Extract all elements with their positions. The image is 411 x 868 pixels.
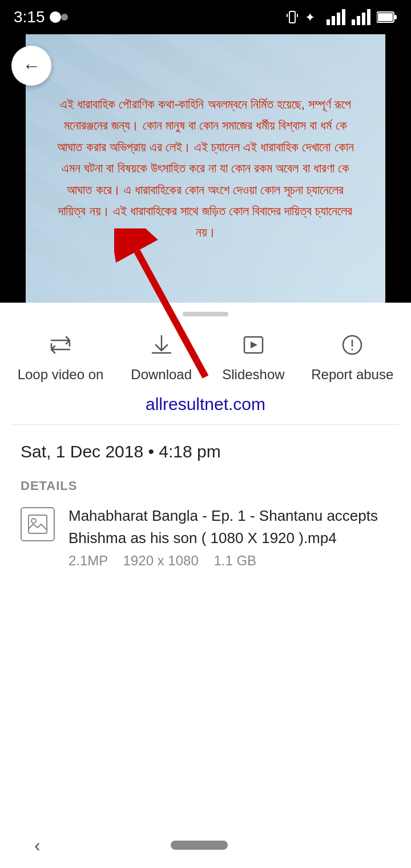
drag-handle	[0, 303, 411, 320]
network-icon: ✦	[305, 9, 321, 25]
nav-back-button[interactable]: ‹	[34, 835, 41, 856]
file-name: Mahabharat Bangla - Ep. 1 - Shantanu acc…	[68, 505, 390, 549]
svg-rect-13	[367, 9, 370, 25]
svg-rect-16	[394, 15, 397, 19]
vibrate-icon	[285, 9, 299, 25]
status-left: 3:15	[14, 8, 70, 26]
svg-rect-3	[287, 14, 288, 17]
loop-video-button[interactable]: Loop video on	[18, 331, 104, 383]
svg-rect-15	[378, 13, 393, 21]
back-arrow-icon: ←	[22, 55, 41, 77]
slideshow-label: Slideshow	[222, 365, 284, 383]
download-button[interactable]: Download	[127, 331, 196, 383]
action-bar: Loop video on Download Slideshow	[0, 320, 411, 395]
file-item: Mahabharat Bangla - Ep. 1 - Shantanu acc…	[21, 505, 390, 569]
download-svg	[149, 332, 174, 357]
back-button[interactable]: ←	[11, 46, 51, 86]
website-url: allresultnet.com	[146, 389, 265, 425]
file-info: Mahabharat Bangla - Ep. 1 - Shantanu acc…	[68, 505, 390, 569]
date-section: Sat, 1 Dec 2018 • 4:18 pm	[0, 425, 411, 467]
home-indicator	[171, 841, 228, 850]
status-bar: 3:15 ✦	[0, 0, 411, 34]
details-label: DETAILS	[21, 479, 390, 493]
file-meta: 2.1MP 1920 x 1080 1.1 GB	[68, 553, 390, 569]
date-display: Sat, 1 Dec 2018 • 4:18 pm	[21, 442, 221, 461]
download-label: Download	[131, 365, 192, 383]
svg-rect-6	[327, 19, 330, 25]
action-area: Loop video on Download Slideshow	[0, 320, 411, 424]
website-link: allresultnet.com	[0, 395, 411, 424]
loop-svg	[48, 332, 73, 357]
status-right: ✦	[285, 9, 397, 25]
time-display: 3:15	[14, 8, 45, 26]
svg-point-25	[31, 519, 36, 523]
slideshow-icon	[240, 331, 267, 359]
file-thumbnail-icon	[21, 507, 55, 541]
report-label: Report abuse	[311, 365, 393, 383]
file-size: 1.1 GB	[213, 553, 256, 568]
svg-rect-4	[297, 14, 298, 17]
bengali-disclaimer-text: এই ধারাবাহিক পৌরাণিক কথা-কাহিনি অবলম্বনে…	[55, 94, 356, 243]
report-svg	[340, 332, 365, 357]
file-mp: 2.1MP	[68, 553, 108, 568]
slideshow-svg	[241, 332, 266, 357]
svg-rect-2	[289, 11, 295, 23]
video-container: ← এই ধারাবাহিক পৌরাণিক কথা-কাহিনি অবলম্ব…	[0, 34, 411, 303]
svg-rect-8	[337, 13, 340, 25]
details-section: DETAILS Mahabharat Bangla - Ep. 1 - Shan…	[0, 467, 411, 580]
svg-rect-9	[342, 9, 345, 25]
svg-rect-10	[352, 19, 355, 25]
website-url-text: allresultnet.com	[146, 395, 265, 413]
slideshow-button[interactable]: Slideshow	[219, 331, 288, 383]
drag-pill	[183, 312, 228, 316]
report-abuse-button[interactable]: Report abuse	[311, 331, 393, 383]
status-dot-icon	[50, 10, 70, 24]
report-icon	[339, 331, 366, 359]
loop-label: Loop video on	[18, 365, 104, 383]
image-icon	[27, 514, 48, 535]
file-px: 1920 x 1080	[123, 553, 199, 568]
svg-rect-12	[362, 13, 365, 25]
signal-icon	[327, 9, 346, 25]
video-text-overlay: এই ধারাবাহিক পৌরাণিক কথা-কাহিনি অবলম্বনে…	[44, 82, 368, 255]
video-thumbnail: এই ধারাবাহিক পৌরাণিক কথা-কাহিনি অবলম্বনে…	[26, 34, 385, 303]
svg-rect-11	[357, 16, 360, 25]
svg-rect-24	[29, 515, 47, 533]
battery-icon	[377, 11, 397, 23]
loop-icon	[47, 331, 74, 359]
svg-point-21	[352, 349, 353, 351]
bottom-nav: ‹	[0, 822, 411, 868]
signal-icon-2	[352, 9, 371, 25]
download-icon	[148, 331, 175, 359]
svg-point-1	[61, 14, 68, 21]
svg-point-0	[50, 11, 61, 23]
svg-rect-7	[332, 16, 335, 25]
svg-marker-18	[251, 341, 257, 348]
svg-text:✦: ✦	[305, 10, 315, 25]
